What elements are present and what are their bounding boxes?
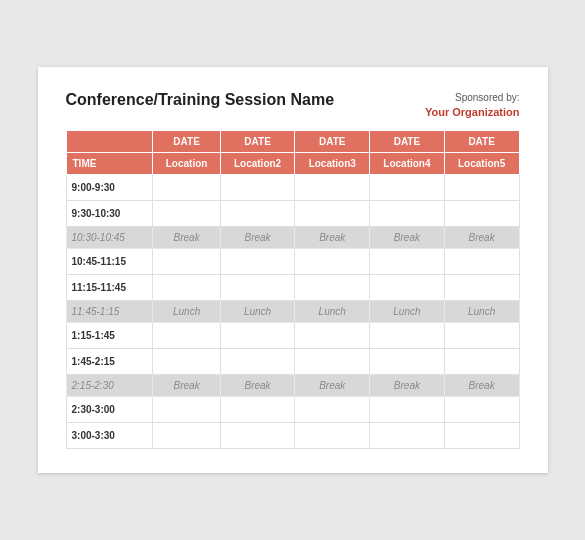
data-cell <box>220 397 295 423</box>
table-row: 2:15-2:30BreakBreakBreakBreakBreak <box>66 375 519 397</box>
time-cell: 11:15-11:45 <box>66 275 153 301</box>
time-cell: 11:45-1:15 <box>66 301 153 323</box>
loc-header-1: Location <box>153 153 220 175</box>
data-cell: Lunch <box>295 301 370 323</box>
date-header-3: DATE <box>295 131 370 153</box>
date-header-5: DATE <box>444 131 519 153</box>
data-cell: Break <box>295 227 370 249</box>
data-cell: Lunch <box>220 301 295 323</box>
data-cell <box>295 349 370 375</box>
sponsor-name: Your Organization <box>425 105 520 120</box>
table-row: 10:30-10:45BreakBreakBreakBreakBreak <box>66 227 519 249</box>
data-cell: Break <box>153 375 220 397</box>
data-cell <box>153 175 220 201</box>
data-cell <box>220 249 295 275</box>
date-header-empty <box>66 131 153 153</box>
data-cell: Lunch <box>444 301 519 323</box>
time-header: TIME <box>66 153 153 175</box>
table-row: 3:00-3:30 <box>66 423 519 449</box>
data-cell: Lunch <box>370 301 445 323</box>
data-cell <box>153 249 220 275</box>
data-cell <box>370 201 445 227</box>
time-cell: 3:00-3:30 <box>66 423 153 449</box>
data-cell: Break <box>370 227 445 249</box>
time-cell: 2:30-3:00 <box>66 397 153 423</box>
data-cell <box>444 175 519 201</box>
data-cell: Break <box>220 375 295 397</box>
data-cell <box>153 397 220 423</box>
data-cell <box>220 349 295 375</box>
schedule-table: DATE DATE DATE DATE DATE TIME Location L… <box>66 130 520 449</box>
table-row: 10:45-11:15 <box>66 249 519 275</box>
data-cell <box>295 249 370 275</box>
data-cell <box>444 249 519 275</box>
data-cell <box>370 175 445 201</box>
time-cell: 1:45-2:15 <box>66 349 153 375</box>
top-header: Conference/Training Session Name Sponsor… <box>66 91 520 120</box>
loc-header-5: Location5 <box>444 153 519 175</box>
table-row: 11:15-11:45 <box>66 275 519 301</box>
session-title: Conference/Training Session Name <box>66 91 335 109</box>
time-cell: 9:30-10:30 <box>66 201 153 227</box>
data-cell <box>444 275 519 301</box>
table-row: 2:30-3:00 <box>66 397 519 423</box>
date-header-4: DATE <box>370 131 445 153</box>
data-cell <box>370 423 445 449</box>
data-cell <box>370 397 445 423</box>
table-row: 11:45-1:15LunchLunchLunchLunchLunch <box>66 301 519 323</box>
data-cell <box>295 397 370 423</box>
table-row: 1:45-2:15 <box>66 349 519 375</box>
data-cell: Lunch <box>153 301 220 323</box>
loc-header-4: Location4 <box>370 153 445 175</box>
data-cell <box>370 349 445 375</box>
data-cell <box>295 175 370 201</box>
date-header-2: DATE <box>220 131 295 153</box>
sponsor-label: Sponsored by: <box>425 91 520 105</box>
time-cell: 2:15-2:30 <box>66 375 153 397</box>
data-cell <box>220 423 295 449</box>
data-cell <box>295 423 370 449</box>
data-cell: Break <box>153 227 220 249</box>
date-header-row: DATE DATE DATE DATE DATE <box>66 131 519 153</box>
data-cell <box>370 275 445 301</box>
loc-header-3: Location3 <box>295 153 370 175</box>
data-cell <box>220 175 295 201</box>
time-cell: 10:45-11:15 <box>66 249 153 275</box>
table-row: 9:00-9:30 <box>66 175 519 201</box>
data-cell <box>295 323 370 349</box>
location-header-row: TIME Location Location2 Location3 Locati… <box>66 153 519 175</box>
data-cell: Break <box>295 375 370 397</box>
sponsor-block: Sponsored by: Your Organization <box>425 91 520 120</box>
data-cell <box>444 349 519 375</box>
data-cell <box>295 201 370 227</box>
data-cell: Break <box>444 375 519 397</box>
loc-header-2: Location2 <box>220 153 295 175</box>
data-cell <box>444 323 519 349</box>
time-cell: 10:30-10:45 <box>66 227 153 249</box>
table-body: 9:00-9:309:30-10:3010:30-10:45BreakBreak… <box>66 175 519 449</box>
time-cell: 1:15-1:45 <box>66 323 153 349</box>
data-cell <box>370 323 445 349</box>
data-cell <box>153 423 220 449</box>
data-cell <box>444 201 519 227</box>
data-cell: Break <box>220 227 295 249</box>
data-cell <box>444 423 519 449</box>
data-cell <box>153 323 220 349</box>
table-row: 9:30-10:30 <box>66 201 519 227</box>
time-cell: 9:00-9:30 <box>66 175 153 201</box>
page-container: Conference/Training Session Name Sponsor… <box>38 67 548 473</box>
data-cell <box>220 201 295 227</box>
data-cell <box>153 201 220 227</box>
date-header-1: DATE <box>153 131 220 153</box>
data-cell <box>220 323 295 349</box>
table-row: 1:15-1:45 <box>66 323 519 349</box>
data-cell <box>153 275 220 301</box>
data-cell: Break <box>444 227 519 249</box>
data-cell <box>295 275 370 301</box>
data-cell <box>444 397 519 423</box>
data-cell <box>220 275 295 301</box>
data-cell <box>153 349 220 375</box>
data-cell: Break <box>370 375 445 397</box>
data-cell <box>370 249 445 275</box>
